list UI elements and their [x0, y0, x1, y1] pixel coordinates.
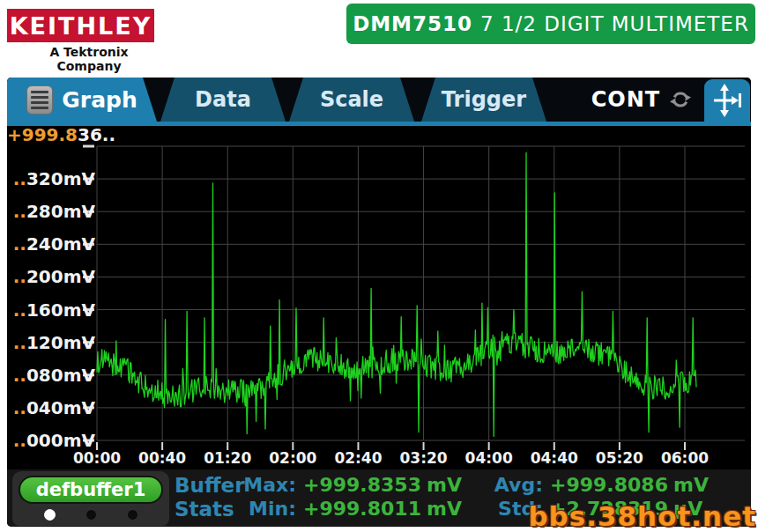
autoscale-icon — [711, 84, 743, 117]
tab-strip — [7, 122, 751, 126]
page-dot[interactable] — [127, 509, 138, 521]
y-axis-label: ..200mV — [7, 265, 95, 288]
autoscale-button[interactable] — [704, 79, 750, 122]
keithley-logo-text: KEITHLEY — [10, 12, 152, 40]
menu-icon[interactable] — [26, 85, 53, 115]
keithley-logo: KEITHLEY — [7, 9, 154, 42]
watermark: bbs.38hot.net — [528, 500, 756, 532]
x-axis-label: 05:20 — [596, 449, 643, 467]
buffer-name-pill[interactable]: defbuffer1 — [19, 476, 163, 504]
tab-graph-label: Graph — [62, 87, 137, 113]
trigger-mode-indicator[interactable]: CONT — [580, 78, 703, 122]
measurement-trace — [97, 152, 696, 436]
tab-trigger[interactable]: Trigger — [421, 78, 546, 122]
model-banner: DMM7510 7 1/2 DIGIT MULTIMETER — [346, 4, 755, 44]
x-axis-label: 02:00 — [269, 449, 316, 467]
x-axis-label: 03:20 — [399, 449, 447, 467]
refresh-icon — [669, 90, 692, 109]
y-axis-label: ..240mV — [7, 233, 95, 255]
buffer-stats-label-line2: Stats — [175, 498, 244, 521]
instrument-screen: Graph Data Scale Trigger CONT — [7, 78, 751, 527]
page-dot[interactable] — [44, 509, 56, 521]
stats-column-max-min: Max:+999.8353mVMin:+999.8011mV — [242, 474, 462, 521]
x-axis-label: 01:20 — [204, 449, 251, 467]
trigger-mode-label: CONT — [591, 87, 660, 112]
buffer-stats-label-line1: Buffer — [175, 474, 244, 498]
y-axis-top-label: +999.836.. — [7, 123, 95, 146]
keithley-tagline: A Tektronix Company — [23, 45, 155, 73]
x-axis-label: 06:00 — [661, 449, 709, 467]
tab-bar: Graph Data Scale Trigger CONT — [7, 78, 751, 126]
tab-scale-label: Scale — [320, 87, 383, 112]
x-axis-label: 04:40 — [531, 449, 578, 467]
y-axis-label: ..120mV — [7, 331, 95, 354]
y-axis-label: ..280mV — [7, 200, 95, 223]
stat-avg: Avg:+999.8086mV — [488, 474, 709, 498]
y-axis-label: ..080mV — [7, 364, 95, 387]
x-axis-label: 02:40 — [334, 449, 382, 467]
model-number: DMM7510 — [353, 12, 472, 35]
buffer-stats-label: Buffer Stats — [175, 474, 244, 521]
tab-graph[interactable]: Graph — [7, 78, 157, 122]
tab-trigger-label: Trigger — [442, 87, 526, 112]
tab-data[interactable]: Data — [160, 78, 286, 122]
x-axis-label: 00:00 — [73, 449, 121, 467]
page-dots — [12, 509, 169, 521]
page-dot[interactable] — [85, 509, 97, 521]
tab-data-label: Data — [195, 87, 251, 112]
stat-min: Min:+999.8011mV — [242, 498, 462, 521]
tab-scale[interactable]: Scale — [289, 78, 414, 122]
buffer-selector[interactable]: defbuffer1 — [12, 471, 169, 526]
x-axis-label: 04:00 — [465, 449, 513, 467]
banner-title: 7 1/2 DIGIT MULTIMETER — [480, 12, 749, 35]
page: KEITHLEY A Tektronix Company DMM7510 7 1… — [0, 0, 758, 532]
y-axis-label: ..040mV — [7, 396, 95, 419]
stat-max: Max:+999.8353mV — [242, 474, 462, 498]
y-axis-label: ..160mV — [7, 299, 95, 321]
x-axis-label: 00:40 — [138, 449, 186, 467]
y-axis-label: ..320mV — [7, 167, 95, 190]
